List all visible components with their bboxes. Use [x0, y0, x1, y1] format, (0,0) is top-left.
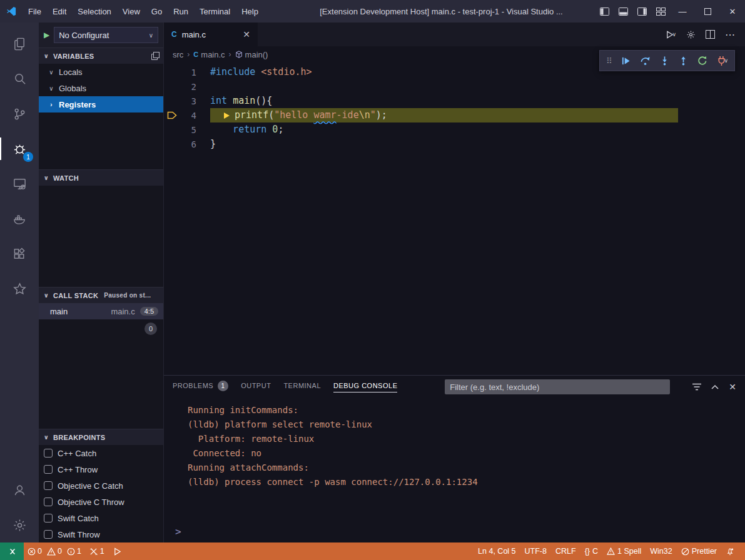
- breakpoint-item[interactable]: Swift Throw: [39, 526, 163, 542]
- menu-view[interactable]: View: [117, 0, 146, 22]
- debug-target-icon: [113, 548, 121, 556]
- breakpoint-checkbox[interactable]: [44, 465, 53, 474]
- settings-gear-icon[interactable]: [0, 508, 39, 542]
- accounts-icon[interactable]: [0, 472, 39, 508]
- tab-output[interactable]: OUTPUT: [241, 376, 271, 398]
- glyph-margin[interactable]: [164, 94, 180, 108]
- minimize-button[interactable]: —: [670, 0, 695, 22]
- menu-go[interactable]: Go: [146, 0, 168, 22]
- breakpoint-checkbox[interactable]: [44, 498, 53, 506]
- breakpoints-title: BREAKPOINTS: [53, 434, 105, 441]
- breakpoint-checkbox[interactable]: [44, 481, 53, 490]
- code-line[interactable]: 6 }: [164, 137, 745, 151]
- code-line[interactable]: 2: [164, 79, 745, 94]
- menu-terminal[interactable]: Terminal: [194, 0, 236, 22]
- glyph-margin[interactable]: [164, 79, 180, 94]
- menu-run[interactable]: Run: [168, 0, 194, 22]
- step-over-button[interactable]: [640, 56, 651, 66]
- tools-status[interactable]: 1: [85, 542, 109, 560]
- cursor-position-status[interactable]: Ln 4, Col 5: [474, 542, 520, 560]
- close-panel-icon[interactable]: ✕: [729, 382, 736, 392]
- debug-config-dropdown[interactable]: No Configurat ∨: [54, 27, 158, 43]
- menu-file[interactable]: File: [23, 0, 47, 22]
- variables-item-globals[interactable]: ∨ Globals: [39, 80, 163, 96]
- extensions-icon[interactable]: [0, 236, 39, 271]
- step-out-button[interactable]: [679, 56, 688, 66]
- maximize-button[interactable]: [695, 0, 720, 22]
- docker-icon[interactable]: [0, 201, 39, 236]
- code-line[interactable]: 5 return 0;: [164, 122, 745, 137]
- console-input-prompt[interactable]: >: [175, 526, 181, 538]
- variables-item-locals[interactable]: ∨ Locals: [39, 64, 163, 80]
- toggle-sidebar-icon[interactable]: [595, 0, 614, 22]
- breadcrumb-src[interactable]: src: [173, 50, 183, 59]
- circle-slash-icon: [681, 548, 689, 556]
- console-filter-input[interactable]: [445, 379, 670, 394]
- star-extension-icon[interactable]: [0, 271, 39, 306]
- current-line-glyph-arrow[interactable]: [164, 108, 180, 122]
- disconnect-button[interactable]: ∨: [717, 56, 728, 66]
- breakpoint-item[interactable]: Objective C Throw: [39, 494, 163, 510]
- breadcrumb-symbol[interactable]: main(): [235, 50, 268, 59]
- maximize-panel-icon[interactable]: [711, 384, 719, 389]
- customize-layout-icon[interactable]: [651, 0, 670, 22]
- search-icon[interactable]: [0, 61, 39, 96]
- platform-status[interactable]: Win32: [646, 542, 676, 560]
- menu-help[interactable]: Help: [236, 0, 264, 22]
- split-editor-icon[interactable]: [706, 30, 715, 39]
- breakpoints-section-header[interactable]: ∨ BREAKPOINTS: [39, 429, 163, 445]
- source-control-icon[interactable]: [0, 96, 39, 131]
- problems-status[interactable]: 0 0 1: [24, 542, 85, 560]
- start-debug-icon[interactable]: ▶: [44, 31, 49, 39]
- code-line[interactable]: 3 int main(){: [164, 94, 745, 108]
- menu-selection[interactable]: Selection: [72, 0, 116, 22]
- breakpoint-item[interactable]: C++ Catch: [39, 445, 163, 461]
- breakpoint-item[interactable]: C++ Throw: [39, 461, 163, 478]
- glyph-margin[interactable]: [164, 65, 180, 79]
- continue-button[interactable]: [621, 56, 631, 66]
- menu-edit[interactable]: Edit: [47, 0, 72, 22]
- callstack-section-header[interactable]: ∨ CALL STACK Paused on st...: [39, 287, 163, 303]
- eol-status[interactable]: CRLF: [551, 542, 580, 560]
- breadcrumb-file[interactable]: C main.c: [193, 50, 225, 59]
- glyph-margin[interactable]: [164, 122, 180, 137]
- remote-indicator[interactable]: [0, 542, 24, 560]
- spell-checker-status[interactable]: 1 Spell: [602, 542, 646, 560]
- tab-debug-console[interactable]: DEBUG CONSOLE: [333, 376, 397, 398]
- gear-icon[interactable]: [686, 30, 696, 39]
- run-and-debug-icon[interactable]: 1: [0, 131, 39, 166]
- tab-terminal[interactable]: TERMINAL: [283, 376, 321, 398]
- explorer-icon[interactable]: [0, 26, 39, 61]
- close-tab-icon[interactable]: ✕: [243, 29, 250, 39]
- breakpoint-checkbox[interactable]: [44, 530, 53, 539]
- variables-item-registers[interactable]: › Registers: [39, 96, 163, 112]
- encoding-status[interactable]: UTF-8: [520, 542, 551, 560]
- code-line-current[interactable]: 4 printf("hello wamr-ide\n");: [164, 108, 745, 122]
- drag-handle-icon[interactable]: ⠿: [606, 56, 612, 66]
- more-actions-icon[interactable]: ⋯: [725, 29, 735, 41]
- language-mode-status[interactable]: {} C: [580, 542, 602, 560]
- collapse-all-icon[interactable]: [151, 52, 160, 60]
- filter-lines-icon[interactable]: [692, 383, 701, 391]
- breakpoint-checkbox[interactable]: [44, 449, 53, 458]
- variables-section-header[interactable]: ∨ VARIABLES: [39, 48, 163, 64]
- debug-target-status[interactable]: [109, 542, 126, 560]
- toggle-panel-icon[interactable]: [614, 0, 632, 22]
- tab-problems[interactable]: PROBLEMS 1: [173, 376, 228, 398]
- run-file-button[interactable]: ∨: [665, 30, 676, 39]
- formatter-status[interactable]: Prettier: [677, 542, 721, 560]
- restart-button[interactable]: [697, 56, 707, 66]
- close-window-button[interactable]: ✕: [720, 0, 745, 22]
- toggle-secondary-sidebar-icon[interactable]: [632, 0, 651, 22]
- breakpoint-item[interactable]: Objective C Catch: [39, 478, 163, 494]
- step-into-button[interactable]: [660, 56, 669, 66]
- notifications-status[interactable]: [721, 542, 739, 560]
- remote-explorer-icon[interactable]: [0, 166, 39, 201]
- breakpoint-item[interactable]: Swift Catch: [39, 510, 163, 526]
- glyph-margin[interactable]: [164, 137, 180, 151]
- tab-main-c[interactable]: C main.c ✕: [164, 22, 258, 46]
- stack-frame-row[interactable]: main main.c 4:5: [39, 303, 163, 319]
- watch-section-header[interactable]: ∨ WATCH: [39, 169, 163, 186]
- tab-label: TERMINAL: [283, 382, 321, 392]
- breakpoint-checkbox[interactable]: [44, 514, 53, 522]
